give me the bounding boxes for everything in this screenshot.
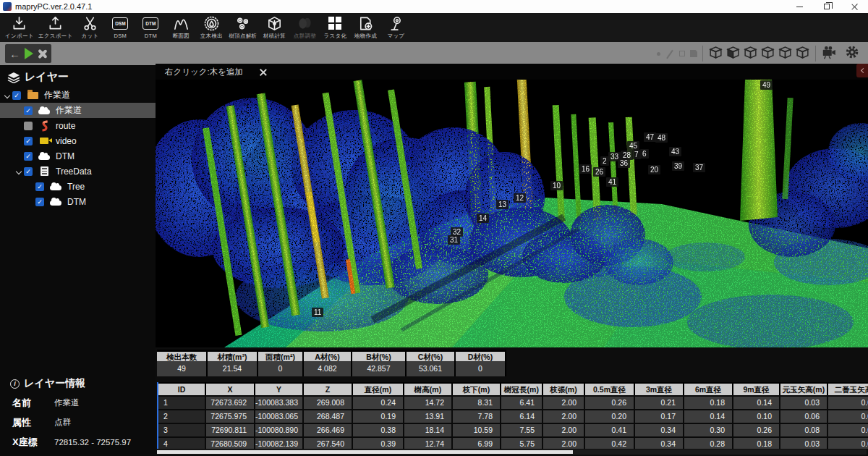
layer-row[interactable]: ✓ DTM [0, 148, 156, 164]
expand-chevron-icon[interactable] [16, 169, 22, 174]
toolbar-button-label: 材積計算 [263, 33, 286, 40]
layer-checkbox[interactable]: ✓ [35, 182, 44, 191]
cube-view-icon[interactable] [795, 46, 810, 62]
minimize-button[interactable] [786, 0, 813, 13]
tree-id-marker[interactable]: 16 [579, 164, 592, 174]
layer-row[interactable]: ✓ 作業道 [0, 88, 156, 103]
toolbar-button[interactable]: ラスタ化 [320, 14, 350, 42]
expand-chevron-icon[interactable] [4, 93, 10, 98]
restore-button[interactable] [813, 0, 841, 13]
cube-view-icon[interactable] [708, 46, 723, 62]
layer-row[interactable]: ✓ 作業道 [0, 103, 156, 118]
toolbar-button[interactable]: 断面図 [166, 14, 196, 42]
tree-id-marker[interactable]: 13 [496, 200, 509, 209]
route-icon [37, 120, 51, 132]
layer-label: DTM [56, 151, 75, 161]
table-row[interactable]: 472680.509-100082.139267.5400.3912.746.9… [158, 435, 868, 449]
layer-checkbox[interactable]: ✓ [12, 91, 21, 100]
cube-view-icon[interactable] [760, 46, 775, 62]
tree-id-marker[interactable]: 48 [655, 133, 668, 143]
tree-id-marker[interactable]: 11 [312, 308, 323, 317]
info-field-label: X座標 [12, 436, 54, 449]
table-row[interactable]: 372690.811-100080.890266.4690.3818.1410.… [158, 421, 868, 435]
layer-row[interactable]: ✓ route [0, 118, 156, 133]
toolbar-button[interactable]: カット [75, 14, 105, 42]
layer-checkbox[interactable]: ✓ [24, 137, 33, 145]
line-tool-icon[interactable] [665, 49, 674, 58]
layer-row[interactable]: ✓ Tree [0, 179, 156, 194]
table-row[interactable]: 172673.692-100083.383269.0080.2414.728.3… [158, 394, 868, 408]
cube-view-icon[interactable] [726, 46, 741, 62]
select-tool-icon[interactable] [679, 51, 685, 56]
cube-view-icon[interactable] [743, 46, 758, 62]
tree-id-marker[interactable]: 31 [448, 235, 460, 245]
save-tool-icon[interactable] [690, 50, 697, 57]
table-cell: 0.10 [733, 410, 780, 423]
feature-create-icon [357, 14, 374, 32]
scrollbar-thumb[interactable] [157, 450, 573, 454]
toolbar-button[interactable]: 材積計算 [259, 14, 289, 42]
toolbar-button-label: 樹頂点解析 [229, 33, 257, 40]
layer-row[interactable]: ✓ DTM [0, 194, 156, 209]
toolbar-button[interactable]: 点群調整 [289, 14, 320, 42]
info-field-value: 作業道 [54, 397, 80, 408]
table-header-cell: 枝下(m) [453, 384, 501, 395]
export-icon [47, 14, 64, 32]
table-cell: 0.0 [828, 397, 868, 409]
viewport-tabbar: 右クリック:木を追加 [156, 64, 868, 80]
tree-id-marker[interactable]: 20 [648, 165, 660, 174]
layer-row[interactable]: ✓ TreeData [0, 164, 156, 179]
toolbar-button[interactable]: 地物作成 [350, 14, 380, 42]
toolbar-button[interactable]: エクスポート [36, 14, 75, 42]
collapse-panel-button[interactable] [856, 64, 868, 77]
table-cell: 0.03 [780, 438, 828, 449]
tree-id-marker[interactable]: 36 [618, 159, 630, 168]
toolbar-button[interactable]: DSM DSM [105, 14, 135, 42]
layer-checkbox[interactable]: ✓ [24, 106, 33, 115]
layer-checkbox[interactable]: ✓ [24, 122, 33, 130]
tree-id-marker[interactable]: 37 [693, 163, 705, 172]
point-tool-icon[interactable] [657, 52, 660, 56]
horizontal-scrollbar[interactable] [157, 449, 867, 455]
layer-checkbox[interactable]: ✓ [24, 152, 33, 161]
table-cell: 0.18 [733, 438, 780, 449]
tree-id-marker[interactable]: 47 [644, 132, 656, 142]
tree-id-marker[interactable]: 2 [600, 156, 609, 166]
volume-calc-icon [266, 14, 283, 32]
point-cloud-canvas[interactable]: 4947484543287633236393716202641101213143… [156, 80, 868, 347]
table-header-cell: 元玉矢高(m) [780, 384, 828, 395]
toolbar-button[interactable]: インポート [3, 14, 36, 42]
tree-id-marker[interactable]: 6 [640, 149, 649, 159]
toolbar-button-label: インポート [5, 33, 34, 40]
tree-id-marker[interactable]: 39 [672, 161, 684, 171]
layer-checkbox[interactable]: ✓ [35, 198, 44, 206]
tree-id-marker[interactable]: 43 [669, 147, 681, 156]
toolbar-button[interactable]: DTM DTM [135, 14, 166, 42]
table-row[interactable]: 272675.975-100083.065268.4870.1913.917.7… [158, 408, 868, 421]
tree-id-marker[interactable]: 14 [477, 214, 489, 223]
table-cell: 0.20 [585, 410, 635, 423]
table-cell: 72673.692 [206, 397, 255, 409]
tree-id-marker[interactable]: 41 [606, 177, 618, 187]
close-button[interactable] [841, 0, 868, 13]
tree-id-marker[interactable]: 49 [760, 80, 773, 90]
video-icon [37, 138, 51, 144]
viewport-close-icon[interactable] [259, 68, 267, 76]
camera-icon[interactable] [821, 44, 838, 63]
play-icon[interactable] [25, 48, 33, 59]
toolbar-button[interactable]: 立木検出 [196, 14, 226, 42]
cancel-x-icon[interactable] [38, 49, 47, 59]
layer-row[interactable]: ✓ video [0, 133, 156, 148]
back-arrow-icon[interactable]: ← [9, 48, 20, 59]
toolbar-button[interactable]: マップ [380, 14, 411, 42]
table-cell: 266.469 [304, 424, 353, 436]
tree-id-marker[interactable]: 7 [632, 150, 641, 159]
cube-view-icon[interactable] [778, 46, 793, 62]
tree-id-marker[interactable]: 10 [550, 181, 563, 190]
tree-id-marker[interactable]: 12 [514, 193, 526, 203]
layer-checkbox[interactable]: ✓ [24, 167, 33, 176]
tree-id-marker[interactable]: 26 [593, 167, 605, 177]
gear-icon[interactable] [843, 44, 861, 63]
toolbar-button[interactable]: 樹頂点解析 [226, 14, 259, 42]
info-field-row: 名前 作業道 [0, 393, 156, 413]
